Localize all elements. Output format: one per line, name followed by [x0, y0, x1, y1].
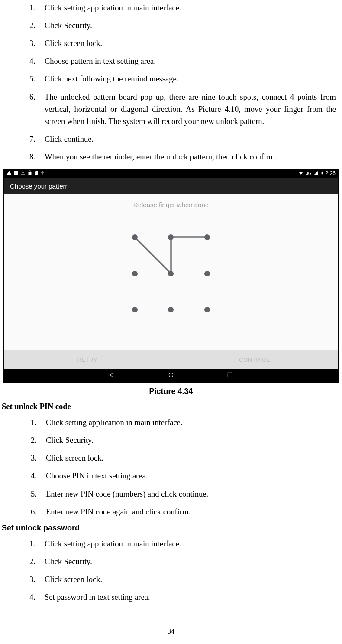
pattern-setup-steps: 1.Click setting application in main inte… — [3, 2, 339, 163]
list-item: 8.When you see the reminder, enter the u… — [29, 151, 339, 163]
pattern-dot[interactable] — [168, 307, 174, 312]
continue-button[interactable]: CONTINUE — [171, 350, 339, 369]
page-number: 34 — [0, 628, 342, 635]
pattern-grid[interactable] — [117, 219, 225, 328]
retry-button[interactable]: RETRY — [4, 350, 171, 369]
clock: 2:26 — [326, 170, 336, 176]
usb-icon — [40, 170, 45, 177]
svg-rect-2 — [228, 373, 232, 377]
screenshot-icon — [13, 170, 19, 177]
pattern-dot[interactable] — [168, 234, 174, 240]
hint-text: Release finger when done — [133, 201, 209, 208]
pattern-dot[interactable] — [132, 307, 138, 312]
network-text: 3G — [306, 171, 311, 176]
heading-password: Set unlock password — [2, 524, 342, 533]
list-item: 1.Click setting application in main inte… — [29, 538, 339, 550]
svg-point-1 — [169, 373, 173, 377]
screen-title: Choose your pattern — [4, 178, 338, 194]
list-item: 2.Click Security. — [31, 434, 339, 446]
back-icon[interactable] — [109, 371, 116, 381]
battery-icon — [320, 170, 324, 177]
list-item: 1.Click setting application in main inte… — [31, 416, 339, 429]
list-item: 2.Click Security. — [29, 556, 339, 568]
list-item: 7.Click continue. — [29, 133, 339, 145]
pattern-dot[interactable] — [168, 271, 174, 276]
list-item: 4.Choose PIN in text setting area. — [31, 470, 339, 482]
nav-bar — [4, 369, 338, 382]
signal-icon — [313, 170, 319, 177]
warning-icon — [6, 170, 12, 177]
list-item: 5.Enter new PIN code (numbers) and click… — [31, 488, 339, 500]
pattern-dot[interactable] — [132, 234, 138, 240]
download-icon — [20, 170, 26, 177]
list-item: 3.Click screen lock. — [29, 37, 339, 49]
action-buttons: RETRY CONTINUE — [4, 350, 338, 369]
list-item: 6.Enter new PIN code again and click con… — [31, 506, 339, 518]
pattern-dot[interactable] — [132, 271, 138, 276]
list-item: 6.The unlocked pattern board pop up, the… — [29, 91, 339, 127]
recent-icon[interactable] — [226, 371, 233, 381]
list-item: 2.Click Security. — [29, 20, 339, 32]
status-bar: 3G 2:26 — [4, 169, 338, 178]
pattern-dot[interactable] — [204, 271, 210, 276]
wifi-icon — [298, 170, 304, 177]
list-item: 4.Set password in text setting area. — [29, 591, 339, 603]
home-icon[interactable] — [168, 371, 174, 381]
svg-rect-0 — [14, 171, 18, 175]
pin-setup-steps: 1.Click setting application in main inte… — [3, 416, 339, 518]
pattern-dot[interactable] — [204, 307, 210, 312]
sdcard-icon — [34, 170, 39, 177]
pattern-area[interactable]: Release finger when done — [4, 194, 338, 350]
device-screenshot: 3G 2:26 Choose your pattern Release fing… — [3, 169, 339, 383]
figure-caption: Picture 4.34 — [0, 387, 342, 396]
list-item: 4.Choose pattern in text setting area. — [29, 55, 339, 67]
pattern-dot[interactable] — [204, 234, 210, 240]
heading-pin: Set unlock PIN code — [2, 402, 342, 411]
list-item: 5.Click next following the remind messag… — [29, 73, 339, 85]
list-item: 1.Click setting application in main inte… — [29, 2, 339, 14]
list-item: 3.Click screen lock. — [29, 573, 339, 585]
password-setup-steps: 1.Click setting application in main inte… — [3, 538, 339, 603]
lock-icon — [27, 170, 32, 177]
list-item: 3.Click screen lock. — [31, 452, 339, 464]
